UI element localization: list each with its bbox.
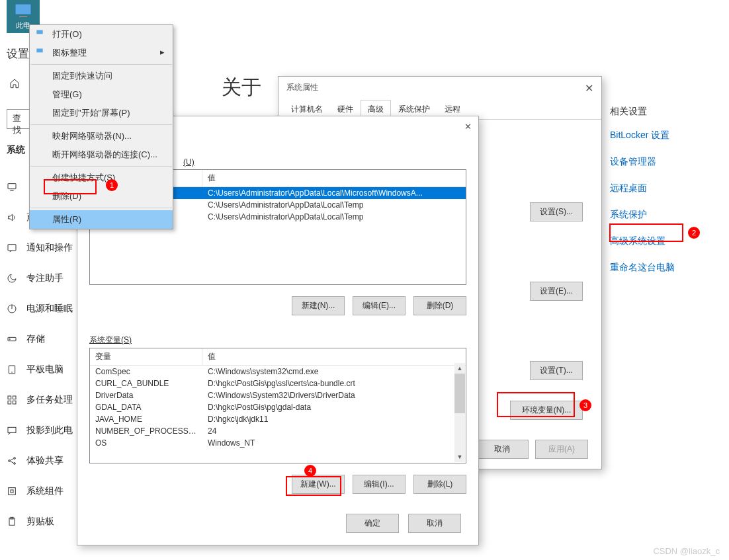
menu-item-icon: [35, 46, 44, 58]
svg-rect-10: [13, 396, 16, 399]
environment-variables-button[interactable]: 环境变量(N)...: [510, 401, 583, 420]
svg-rect-0: [15, 4, 31, 15]
context-menu-item[interactable]: 管理(G): [30, 85, 173, 104]
chevron-right-icon: ▸: [160, 47, 165, 57]
scroll-down-icon[interactable]: ▼: [454, 452, 465, 462]
svg-point-16: [14, 463, 16, 465]
cell-variable: GDAL_DATA: [90, 401, 202, 413]
sidebar-item-notifications[interactable]: 通知和操作: [7, 233, 73, 263]
table-row[interactable]: ComSpecC:\Windows\system32\cmd.exe: [90, 366, 466, 378]
svg-rect-21: [36, 30, 42, 34]
link-rename-pc[interactable]: 重命名这台电脑: [610, 262, 709, 274]
context-menu-item[interactable]: 创建快捷方式(S): [30, 169, 173, 187]
svg-rect-12: [13, 401, 16, 404]
link-device-manager[interactable]: 设备管理器: [610, 156, 709, 168]
table-row[interactable]: CURL_CA_BUNDLED:\hgkc\PostGis\pg\ssl\cer…: [90, 378, 466, 389]
system-new-button[interactable]: 新建(W)...: [292, 475, 345, 494]
context-menu-item[interactable]: 固定到"开始"屏幕(P): [30, 104, 173, 122]
sidebar-item-clipboard[interactable]: 剪贴板: [7, 506, 73, 537]
system-edit-button[interactable]: 编辑(I)...: [353, 475, 406, 494]
scroll-up-icon[interactable]: ▲: [454, 363, 465, 374]
related-heading: 相关设置: [610, 106, 709, 118]
settings-title: 设置: [7, 46, 29, 61]
sidebar-item-focus[interactable]: 专注助手: [7, 263, 73, 294]
desktop-icon-label: 此电: [16, 21, 30, 29]
cell-value: C:\Users\Administrator\AppData\Local\Mic…: [202, 187, 466, 199]
context-menu-item[interactable]: 断开网络驱动器的连接(C)...: [30, 145, 173, 164]
user-delete-button[interactable]: 删除(D): [413, 296, 466, 315]
col-value[interactable]: 值: [202, 170, 466, 186]
about-heading: 关于: [222, 74, 261, 101]
cell-value: 24: [202, 425, 466, 437]
sysprop-cancel-button[interactable]: 取消: [476, 440, 529, 459]
table-row[interactable]: NUMBER_OF_PROCESSORS24: [90, 425, 466, 437]
link-remote-desktop[interactable]: 远程桌面: [610, 182, 709, 194]
cell-variable: OS: [90, 437, 202, 449]
svg-rect-13: [8, 427, 16, 432]
svg-rect-2: [8, 184, 16, 189]
scroll-track[interactable]: [454, 413, 465, 452]
sysprop-apply-button[interactable]: 应用(A): [535, 440, 588, 459]
settings-s-button[interactable]: 设置(S)...: [530, 202, 583, 221]
link-system-protection[interactable]: 系统保护: [610, 209, 709, 221]
svg-rect-18: [11, 490, 13, 493]
svg-rect-3: [8, 245, 16, 251]
envvars-cancel-button[interactable]: 取消: [408, 514, 461, 533]
cell-value: D:\hgkc\jdk\jdk11: [202, 413, 466, 425]
close-icon[interactable]: ✕: [464, 122, 472, 132]
context-menu-item[interactable]: 属性(R): [30, 210, 173, 229]
cell-variable: DriverData: [90, 389, 202, 401]
user-edit-button[interactable]: 编辑(E)...: [353, 296, 406, 315]
envvars-ok-button[interactable]: 确定: [346, 514, 399, 533]
settings-t-button[interactable]: 设置(T)...: [530, 361, 583, 380]
settings-e-button[interactable]: 设置(E)...: [530, 282, 583, 301]
svg-rect-1: [19, 16, 27, 17]
system-variables-table[interactable]: 变量 值 ComSpecC:\Windows\system32\cmd.exeC…: [89, 348, 466, 463]
related-settings-panel: 相关设置 BitLocker 设置 设备管理器 远程桌面 系统保护 高级系统设置…: [610, 106, 709, 288]
system-vars-label: 系统变量(S): [89, 335, 132, 346]
computer-icon: [13, 3, 34, 19]
cell-variable: ComSpec: [90, 366, 202, 378]
table-row[interactable]: OSWindows_NT: [90, 437, 466, 449]
system-delete-button[interactable]: 删除(L): [413, 475, 466, 494]
col-variable[interactable]: 变量: [90, 348, 202, 365]
sidebar-item-components[interactable]: 系统组件: [7, 476, 73, 506]
user-new-button[interactable]: 新建(N)...: [292, 296, 345, 315]
context-menu-item[interactable]: 固定到快速访问: [30, 67, 173, 85]
cell-value: C:\Users\Administrator\AppData\Local\Tem…: [202, 211, 466, 223]
sidebar-item-multitask[interactable]: 多任务处理: [7, 385, 73, 415]
sysprop-title-text: 系统属性: [286, 82, 318, 95]
link-advanced-system-settings[interactable]: 高级系统设置: [610, 235, 709, 247]
cell-value: C:\Windows\System32\Drivers\DriverData: [202, 389, 466, 401]
close-icon[interactable]: ✕: [585, 82, 593, 95]
settings-search-input[interactable]: 查找: [7, 109, 32, 129]
cell-variable: CURL_CA_BUNDLE: [90, 378, 202, 389]
user-vars-label: (U): [183, 157, 194, 167]
context-menu-item[interactable]: 打开(O): [30, 25, 173, 44]
sidebar-item-shared[interactable]: 体验共享: [7, 446, 73, 476]
home-icon[interactable]: [9, 78, 20, 91]
svg-rect-22: [36, 49, 42, 53]
scroll-thumb[interactable]: [454, 374, 465, 413]
sidebar-item-power[interactable]: 电源和睡眠: [7, 294, 73, 324]
cell-variable: NUMBER_OF_PROCESSORS: [90, 425, 202, 437]
cell-value: D:\hgkc\PostGis\pg\ssl\certs\ca-bundle.c…: [202, 378, 466, 389]
cell-value: D:\hgkc\PostGis\pg\gdal-data: [202, 401, 466, 413]
sidebar-item-storage[interactable]: 存储: [7, 324, 73, 354]
link-bitlocker[interactable]: BitLocker 设置: [610, 130, 709, 141]
scrollbar[interactable]: ▲ ▼: [454, 363, 465, 462]
context-menu-item[interactable]: 图标整理▸: [30, 44, 173, 62]
table-row[interactable]: JAVA_HOMED:\hgkc\jdk\jdk11: [90, 413, 466, 425]
col-value[interactable]: 值: [202, 348, 466, 365]
sidebar-item-projecting[interactable]: 投影到此电: [7, 415, 73, 446]
table-row[interactable]: DriverDataC:\Windows\System32\Drivers\Dr…: [90, 389, 466, 401]
system-section-label: 系统: [7, 144, 25, 156]
context-menu-item[interactable]: 映射网络驱动器(N)...: [30, 127, 173, 145]
svg-point-8: [12, 372, 13, 373]
table-row[interactable]: GDAL_DATAD:\hgkc\PostGis\pg\gdal-data: [90, 401, 466, 413]
menu-item-icon: [35, 28, 44, 39]
context-menu: 打开(O)图标整理▸固定到快速访问管理(G)固定到"开始"屏幕(P)映射网络驱动…: [29, 24, 173, 229]
context-menu-item[interactable]: 删除(D): [30, 187, 173, 206]
cell-value: Windows_NT: [202, 437, 466, 449]
sidebar-item-tablet[interactable]: 平板电脑: [7, 354, 73, 385]
